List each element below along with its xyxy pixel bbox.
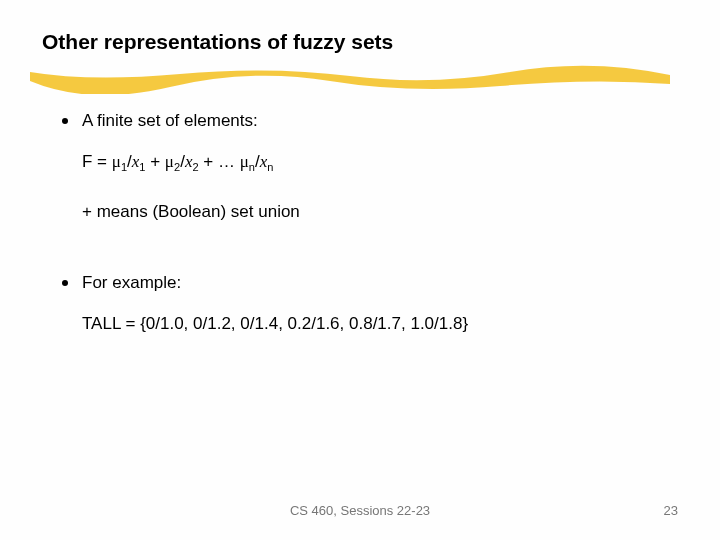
tall-label: TALL = <box>82 314 140 333</box>
mu-n: μ <box>240 152 249 171</box>
slide-body: A finite set of elements: F = μ1/x1 + μ2… <box>62 110 662 354</box>
x-n-sub: n <box>267 162 273 174</box>
title-underline <box>30 64 670 94</box>
bullet-finite-text: A finite set of elements: <box>82 110 662 131</box>
formula-definition: F = μ1/x1 + μ2/x2 + … μn/xn <box>82 151 662 172</box>
bullet-dot-icon <box>62 118 68 124</box>
bullet-example-text: For example: <box>82 272 662 293</box>
mu-2: μ <box>165 152 174 171</box>
mu-1: μ <box>112 152 121 171</box>
slide-title: Other representations of fuzzy sets <box>42 30 393 54</box>
footer-course: CS 460, Sessions 22-23 <box>0 503 720 518</box>
plus-1: + <box>145 152 164 171</box>
slide: Other representations of fuzzy sets A fi… <box>0 0 720 540</box>
union-note: + means (Boolean) set union <box>82 201 662 222</box>
bullet-finite-set: A finite set of elements: <box>62 110 662 131</box>
tall-set: {0/1.0, 0/1.2, 0/1.4, 0.2/1.6, 0.8/1.7, … <box>140 314 468 333</box>
bullet-example: For example: <box>62 272 662 293</box>
plus-dots: + … <box>199 152 240 171</box>
bullet-dot-icon <box>62 280 68 286</box>
tall-example: TALL = {0/1.0, 0/1.2, 0/1.4, 0.2/1.6, 0.… <box>82 313 662 334</box>
formula-lhs: F = <box>82 152 112 171</box>
footer-page-number: 23 <box>664 503 678 518</box>
